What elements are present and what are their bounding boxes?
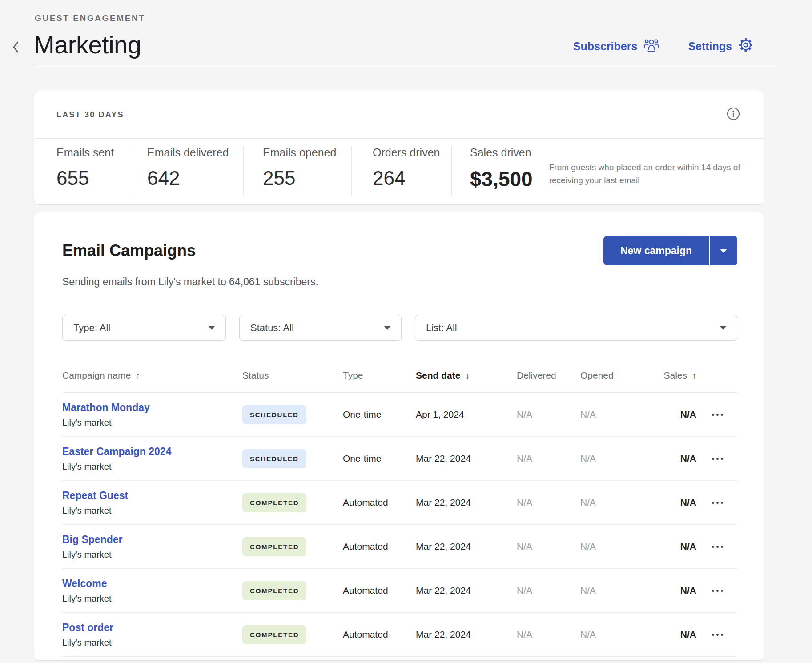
column-label: Campaign name	[62, 370, 131, 381]
row-menu-button[interactable]	[710, 629, 725, 640]
type-cell: Automated	[343, 585, 416, 596]
page-title: Marketing	[34, 30, 141, 59]
email-campaigns-card: Email Campaigns New campaign Sending ema…	[34, 212, 764, 660]
status-filter-dropdown[interactable]: Status: All	[239, 315, 402, 341]
type-filter-dropdown[interactable]: Type: All	[62, 315, 226, 341]
ellipsis-icon	[712, 502, 714, 504]
sales-cell: N/A	[636, 541, 696, 552]
campaign-list-name: Lily's market	[62, 637, 242, 648]
table-row: Welcome Lily's market COMPLETED Automate…	[62, 569, 737, 613]
campaign-name-link[interactable]: Big Spender	[62, 533, 242, 546]
settings-link[interactable]: Settings	[688, 37, 753, 55]
ellipsis-icon	[712, 414, 714, 416]
opened-cell: N/A	[580, 629, 636, 640]
ellipsis-icon	[716, 590, 719, 592]
info-icon	[726, 107, 740, 123]
metric-note: From guests who placed an order within 1…	[549, 161, 754, 187]
table-row: Repeat Guest Lily's market COMPLETED Aut…	[62, 481, 737, 525]
subscribers-link[interactable]: Subscribers	[573, 38, 660, 55]
status-badge: COMPLETED	[242, 625, 306, 644]
back-button[interactable]	[7, 38, 25, 58]
filters-row: Type: All Status: All List: All	[62, 315, 737, 341]
breadcrumb-eyebrow: GUEST ENGAGEMENT	[35, 13, 145, 23]
column-label: Type	[343, 370, 363, 381]
metric-label: Orders driven	[373, 146, 451, 159]
row-menu-button[interactable]	[710, 497, 725, 508]
status-filter-label: Status: All	[250, 322, 294, 334]
send-date-cell: Mar 22, 2024	[416, 453, 517, 464]
column-header-campaign-name[interactable]: Campaign name ↑	[62, 370, 242, 381]
send-date-cell: Mar 22, 2024	[416, 541, 517, 552]
section-title: Email Campaigns	[62, 241, 196, 260]
sort-asc-icon: ↑	[136, 371, 140, 381]
stats-card: LAST 30 DAYS Emails sent 655 Emails deli…	[34, 91, 764, 204]
table-row: Marathon Monday Lily's market SCHEDULED …	[62, 393, 737, 437]
period-label: LAST 30 DAYS	[56, 110, 124, 120]
column-header-send-date[interactable]: Send date ↓	[416, 370, 517, 381]
metric-label: Emails opened	[263, 146, 351, 159]
metric-emails-sent: Emails sent 655	[34, 146, 129, 195]
campaign-name-link[interactable]: Post order	[62, 621, 242, 634]
campaign-list-name: Lily's market	[62, 461, 242, 472]
list-filter-dropdown[interactable]: List: All	[415, 315, 737, 341]
status-badge: COMPLETED	[242, 537, 306, 556]
campaign-list-name: Lily's market	[62, 593, 242, 604]
campaign-name-link[interactable]: Repeat Guest	[62, 489, 242, 502]
sales-cell: N/A	[636, 585, 696, 596]
status-badge: SCHEDULED	[242, 405, 306, 424]
delivered-cell: N/A	[517, 409, 580, 420]
ellipsis-icon	[716, 414, 719, 416]
caret-down-icon	[209, 326, 215, 330]
column-header-sales[interactable]: Sales ↑	[636, 370, 696, 381]
column-label: Send date	[416, 370, 460, 381]
settings-link-label: Settings	[688, 40, 732, 53]
column-header-type: Type	[343, 370, 416, 381]
ellipsis-icon	[721, 546, 723, 548]
table-row: Post order Lily's market COMPLETED Autom…	[62, 613, 737, 657]
list-filter-label: List: All	[426, 322, 457, 334]
campaign-name-link[interactable]: Marathon Monday	[62, 401, 242, 414]
sort-desc-icon: ↓	[465, 371, 470, 381]
send-date-cell: Mar 22, 2024	[416, 629, 517, 640]
column-label: Sales	[663, 370, 687, 381]
type-cell: One-time	[343, 409, 416, 420]
row-menu-button[interactable]	[710, 541, 725, 552]
ellipsis-icon	[721, 634, 723, 636]
delivered-cell: N/A	[517, 541, 580, 552]
send-date-cell: Mar 22, 2024	[416, 497, 517, 508]
row-menu-button[interactable]	[710, 409, 725, 420]
column-header-opened: Opened	[580, 370, 636, 381]
send-date-cell: Mar 22, 2024	[416, 585, 517, 596]
row-menu-button[interactable]	[710, 453, 725, 464]
delivered-cell: N/A	[517, 629, 580, 640]
ellipsis-icon	[712, 458, 714, 460]
campaign-list-name: Lily's market	[62, 417, 242, 428]
column-label: Status	[242, 370, 269, 381]
type-filter-label: Type: All	[73, 322, 110, 334]
type-cell: One-time	[343, 453, 416, 464]
ellipsis-icon	[716, 546, 719, 548]
metric-emails-opened: Emails opened 255	[244, 146, 352, 195]
metric-sales-driven: Sales driven $3,500 From guests who plac…	[452, 146, 764, 195]
gear-icon	[738, 37, 753, 55]
ellipsis-icon	[712, 634, 714, 636]
delivered-cell: N/A	[517, 497, 580, 508]
opened-cell: N/A	[580, 497, 636, 508]
campaigns-subtitle: Sending emails from Lily's market to 64,…	[62, 274, 737, 289]
ellipsis-icon	[721, 414, 723, 416]
new-campaign-dropdown-button[interactable]	[710, 236, 737, 265]
row-menu-button[interactable]	[710, 585, 725, 596]
campaign-name-link[interactable]: Easter Campaign 2024	[62, 445, 242, 458]
type-cell: Automated	[343, 629, 416, 640]
ellipsis-icon	[716, 634, 719, 636]
info-button[interactable]	[726, 107, 741, 122]
delivered-cell: N/A	[517, 453, 580, 464]
chevron-down-icon	[720, 249, 727, 253]
status-badge: COMPLETED	[242, 493, 306, 512]
campaign-list-name: Lily's market	[62, 549, 242, 560]
new-campaign-button[interactable]: New campaign	[603, 236, 709, 265]
delivered-cell: N/A	[517, 585, 580, 596]
metric-orders-driven: Orders driven 264	[352, 146, 452, 195]
campaign-name-link[interactable]: Welcome	[62, 577, 242, 590]
table-row: Easter Campaign 2024 Lily's market SCHED…	[62, 437, 737, 481]
